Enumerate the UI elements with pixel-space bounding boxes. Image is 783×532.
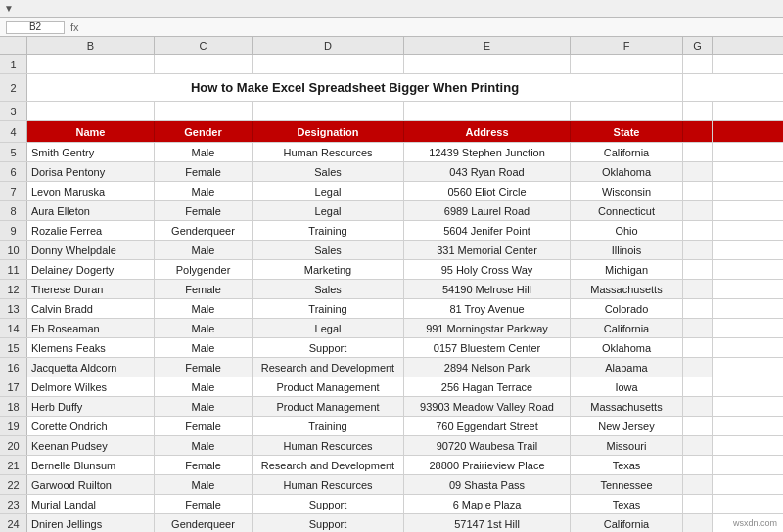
cell-name-13[interactable]: Calvin Bradd: [27, 299, 155, 318]
cell-state-13[interactable]: Colorado: [571, 299, 683, 318]
cell-gender-7[interactable]: Male: [155, 182, 253, 200]
cell-designation-13[interactable]: Training: [253, 299, 404, 318]
cell-designation-20[interactable]: Human Resources: [253, 436, 404, 455]
cell-address-7[interactable]: 0560 Eliot Circle: [404, 182, 571, 200]
cell-name-10[interactable]: Donny Whelpdale: [27, 241, 155, 259]
cell-gender-8[interactable]: Female: [155, 201, 253, 220]
cell-gender-15[interactable]: Male: [155, 338, 253, 357]
cell-g-13[interactable]: [683, 299, 713, 318]
cell-address-10[interactable]: 331 Memorial Center: [404, 241, 571, 259]
cell-e1[interactable]: [404, 55, 571, 73]
cell-designation-5[interactable]: Human Resources: [253, 143, 404, 161]
cell-e3[interactable]: [404, 102, 571, 120]
cell-designation-11[interactable]: Marketing: [253, 260, 404, 279]
cell-gender-21[interactable]: Female: [155, 456, 253, 474]
cell-designation-15[interactable]: Support: [253, 338, 404, 357]
cell-name-12[interactable]: Therese Duran: [27, 280, 155, 298]
cell-address-6[interactable]: 043 Ryan Road: [404, 162, 571, 181]
cell-c1[interactable]: [155, 55, 253, 73]
cell-designation-24[interactable]: Support: [253, 514, 404, 532]
cell-gender-11[interactable]: Polygender: [155, 260, 253, 279]
cell-state-18[interactable]: Massachusetts: [571, 397, 683, 416]
cell-address-20[interactable]: 90720 Waubesa Trail: [404, 436, 571, 455]
cell-address-12[interactable]: 54190 Melrose Hill: [404, 280, 571, 298]
cell-g-5[interactable]: [683, 143, 713, 161]
cell-gender-23[interactable]: Female: [155, 495, 253, 513]
cell-state-9[interactable]: Ohio: [571, 221, 683, 240]
cell-g-22[interactable]: [683, 475, 713, 494]
cell-name-14[interactable]: Eb Roseaman: [27, 319, 155, 337]
cell-state-16[interactable]: Alabama: [571, 358, 683, 377]
cell-gender-12[interactable]: Female: [155, 280, 253, 298]
cell-gender-18[interactable]: Male: [155, 397, 253, 416]
cell-designation-23[interactable]: Support: [253, 495, 404, 513]
cell-name-18[interactable]: Herb Duffy: [27, 397, 155, 416]
cell-g-20[interactable]: [683, 436, 713, 455]
cell-d1[interactable]: [253, 55, 404, 73]
cell-gender-13[interactable]: Male: [155, 299, 253, 318]
cell-g-15[interactable]: [683, 338, 713, 357]
cell-g-6[interactable]: [683, 162, 713, 181]
cell-name-19[interactable]: Corette Ondrich: [27, 417, 155, 435]
cell-designation-17[interactable]: Product Management: [253, 377, 404, 396]
cell-designation-22[interactable]: Human Resources: [253, 475, 404, 494]
cell-state-11[interactable]: Michigan: [571, 260, 683, 279]
cell-designation-10[interactable]: Sales: [253, 241, 404, 259]
cell-gender-22[interactable]: Male: [155, 475, 253, 494]
cell-address-17[interactable]: 256 Hagan Terrace: [404, 377, 571, 396]
cell-gender-24[interactable]: Genderqueer: [155, 514, 253, 532]
cell-name-24[interactable]: Dniren Jellings: [27, 514, 155, 532]
cell-g-17[interactable]: [683, 377, 713, 396]
cell-g1[interactable]: [683, 55, 713, 73]
cell-name-17[interactable]: Delmore Wilkes: [27, 377, 155, 396]
cell-gender-16[interactable]: Female: [155, 358, 253, 377]
cell-g-11[interactable]: [683, 260, 713, 279]
cell-g-18[interactable]: [683, 397, 713, 416]
cell-gender-6[interactable]: Female: [155, 162, 253, 181]
cell-state-10[interactable]: Illinois: [571, 241, 683, 259]
cell-g-24[interactable]: [683, 514, 713, 532]
cell-name-11[interactable]: Delainey Dogerty: [27, 260, 155, 279]
cell-name-21[interactable]: Bernelle Blunsum: [27, 456, 155, 474]
cell-address-11[interactable]: 95 Holy Cross Way: [404, 260, 571, 279]
cell-state-8[interactable]: Connecticut: [571, 201, 683, 220]
cell-address-8[interactable]: 6989 Laurel Road: [404, 201, 571, 220]
cell-gender-20[interactable]: Male: [155, 436, 253, 455]
cell-g-14[interactable]: [683, 319, 713, 337]
cell-f3[interactable]: [571, 102, 683, 120]
cell-address-13[interactable]: 81 Troy Avenue: [404, 299, 571, 318]
cell-d3[interactable]: [253, 102, 404, 120]
cell-state-21[interactable]: Texas: [571, 456, 683, 474]
cell-gender-9[interactable]: Genderqueer: [155, 221, 253, 240]
cell-g-7[interactable]: [683, 182, 713, 200]
cell-name-20[interactable]: Keenan Pudsey: [27, 436, 155, 455]
cell-state-17[interactable]: Iowa: [571, 377, 683, 396]
cell-designation-16[interactable]: Research and Development: [253, 358, 404, 377]
cell-address-9[interactable]: 5604 Jenifer Point: [404, 221, 571, 240]
cell-g-23[interactable]: [683, 495, 713, 513]
cell-name-5[interactable]: Smith Gentry: [27, 143, 155, 161]
cell-f1[interactable]: [571, 55, 683, 73]
cell-name-23[interactable]: Murial Landal: [27, 495, 155, 513]
cell-designation-21[interactable]: Research and Development: [253, 456, 404, 474]
cell-g3[interactable]: [683, 102, 713, 120]
cell-b3[interactable]: [27, 102, 155, 120]
cell-gender-5[interactable]: Male: [155, 143, 253, 161]
cell-name-22[interactable]: Garwood Ruilton: [27, 475, 155, 494]
cell-state-14[interactable]: California: [571, 319, 683, 337]
cell-designation-7[interactable]: Legal: [253, 182, 404, 200]
cell-designation-9[interactable]: Training: [253, 221, 404, 240]
cell-address-5[interactable]: 12439 Stephen Junction: [404, 143, 571, 161]
cell-designation-6[interactable]: Sales: [253, 162, 404, 181]
cell-name-15[interactable]: Klemens Feaks: [27, 338, 155, 357]
cell-name-9[interactable]: Rozalie Ferrea: [27, 221, 155, 240]
cell-g-21[interactable]: [683, 456, 713, 474]
cell-state-15[interactable]: Oklahoma: [571, 338, 683, 357]
cell-state-22[interactable]: Tennessee: [571, 475, 683, 494]
cell-state-12[interactable]: Massachusetts: [571, 280, 683, 298]
cell-designation-14[interactable]: Legal: [253, 319, 404, 337]
cell-designation-18[interactable]: Product Management: [253, 397, 404, 416]
cell-gender-19[interactable]: Female: [155, 417, 253, 435]
cell-state-6[interactable]: Oklahoma: [571, 162, 683, 181]
cell-designation-19[interactable]: Training: [253, 417, 404, 435]
